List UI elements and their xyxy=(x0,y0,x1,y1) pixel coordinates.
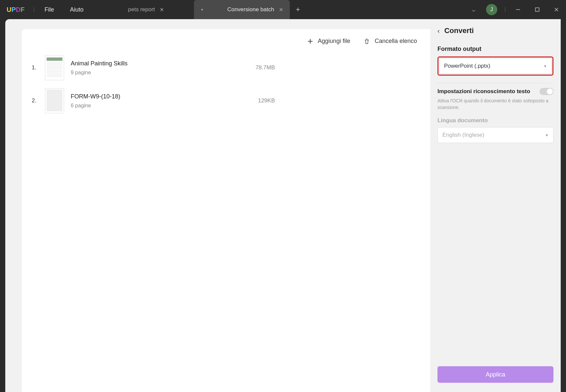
file-index: 2. xyxy=(32,97,45,104)
clear-list-button[interactable]: Cancella elenco xyxy=(363,38,417,45)
file-size: 78.7MB xyxy=(255,64,420,71)
convert-panel: ‹ Converti Formato output PowerPoint (.p… xyxy=(430,19,561,392)
separator: | xyxy=(505,7,506,13)
document-language-value: English (Inglese) xyxy=(442,132,484,138)
new-tab-button[interactable]: + xyxy=(290,0,306,19)
tab-pets-report[interactable]: pets report ✕ xyxy=(98,0,194,19)
add-file-label: Aggiungi file xyxy=(318,38,350,45)
output-format-select[interactable]: PowerPoint (.pptx) ▼ xyxy=(439,58,552,74)
file-list-panel: Aggiungi file Cancella elenco 1. Animal … xyxy=(22,29,430,392)
tab-label: Conversione batch xyxy=(227,6,274,13)
output-format-highlight: PowerPoint (.pptx) ▼ xyxy=(437,56,553,76)
file-row[interactable]: 2. FORM-W9-(10-18) 6 pagine 129KB xyxy=(32,84,420,117)
maximize-button[interactable] xyxy=(528,0,547,19)
apply-button[interactable]: Applica xyxy=(437,366,553,383)
panel-title: Converti xyxy=(444,26,474,35)
chevron-down-icon[interactable]: ⌵ xyxy=(466,6,481,13)
file-row[interactable]: 1. Animal Painting Skills 9 pagine 78.7M… xyxy=(32,51,420,84)
menu-file[interactable]: File xyxy=(37,6,62,13)
output-format-label: Formato output xyxy=(437,46,553,53)
plus-icon xyxy=(307,38,313,44)
svg-rect-1 xyxy=(536,8,539,12)
chevron-down-icon[interactable]: ▼ xyxy=(201,8,204,12)
file-pages: 9 pagine xyxy=(71,70,128,76)
add-file-button[interactable]: Aggiungi file xyxy=(307,38,350,45)
app-logo: UPDF xyxy=(0,6,31,14)
tab-label: pets report xyxy=(128,6,155,13)
trash-icon xyxy=(363,38,370,45)
ocr-toggle[interactable] xyxy=(540,88,553,95)
close-icon[interactable]: ✕ xyxy=(279,7,283,13)
file-thumbnail xyxy=(45,88,64,113)
ocr-description: Attiva l'OCR quando il documento è stato… xyxy=(437,98,553,111)
file-index: 1. xyxy=(32,64,45,71)
minimize-button[interactable] xyxy=(509,0,528,19)
back-icon[interactable]: ‹ xyxy=(437,27,440,35)
document-language-select[interactable]: English (Inglese) ▼ xyxy=(437,127,553,143)
clear-list-label: Cancella elenco xyxy=(375,38,417,45)
file-pages: 6 pagine xyxy=(71,103,120,109)
file-size: 129KB xyxy=(258,97,420,104)
chevron-down-icon: ▼ xyxy=(545,133,548,137)
close-icon[interactable]: ✕ xyxy=(160,7,164,13)
separator: | xyxy=(33,7,34,13)
file-name: Animal Painting Skills xyxy=(71,60,128,67)
chevron-down-icon: ▼ xyxy=(544,64,547,68)
file-thumbnail xyxy=(45,55,64,80)
document-language-label: Lingua documento xyxy=(437,117,553,124)
tab-batch-conversion[interactable]: ▼ Conversione batch ✕ xyxy=(194,0,290,19)
ocr-settings-label: Impostazioni riconoscimento testo xyxy=(437,88,530,95)
output-format-value: PowerPoint (.pptx) xyxy=(444,63,490,69)
divider xyxy=(437,83,553,83)
user-avatar[interactable]: J xyxy=(486,4,497,15)
menu-help[interactable]: Aiuto xyxy=(62,6,92,13)
close-button[interactable] xyxy=(547,0,566,19)
file-name: FORM-W9-(10-18) xyxy=(71,93,120,100)
